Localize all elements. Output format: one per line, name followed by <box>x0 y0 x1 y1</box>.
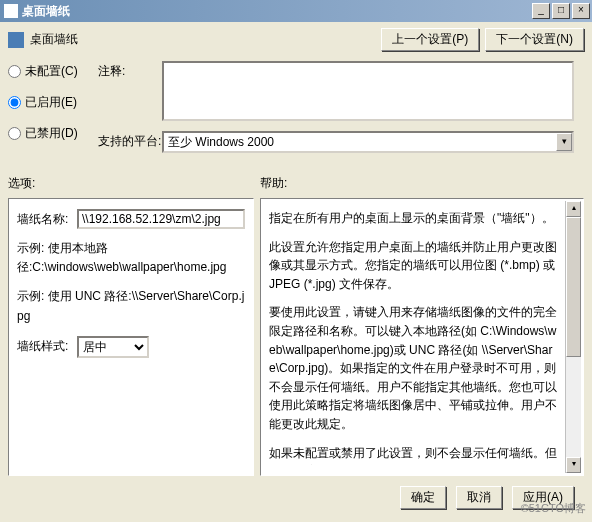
example-local: 示例: 使用本地路 径:C:\windows\web\wallpaper\hom… <box>17 239 245 277</box>
field-column: 注释: 支持的平台: ▾ <box>98 61 584 163</box>
help-p4: 如果未配置或禁用了此设置，则不会显示任何墙纸。但是，用户可以随意选择墙纸。 <box>269 444 559 465</box>
wallpaper-style-label: 墙纸样式: <box>17 338 73 355</box>
minimize-button[interactable]: _ <box>532 3 550 19</box>
wallpaper-name-label: 墙纸名称: <box>17 211 73 228</box>
policy-icon <box>8 32 24 48</box>
radio-enabled[interactable] <box>8 96 21 109</box>
header-row: 桌面墙纸 上一个设置(P) 下一个设置(N) <box>8 28 584 51</box>
help-p1: 指定在所有用户的桌面上显示的桌面背景（"墙纸"）。 <box>269 209 559 228</box>
options-panel: 墙纸名称: 示例: 使用本地路 径:C:\windows\web\wallpap… <box>8 198 254 476</box>
help-section-label: 帮助: <box>260 175 584 192</box>
radio-enabled-text: 已启用(E) <box>25 94 77 111</box>
cancel-button[interactable]: 取消 <box>456 486 502 509</box>
platform-dropdown-icon[interactable]: ▾ <box>556 133 572 151</box>
app-icon <box>4 4 18 18</box>
ok-button[interactable]: 确定 <box>400 486 446 509</box>
wallpaper-name-input[interactable] <box>77 209 245 229</box>
platform-field[interactable] <box>162 131 574 153</box>
window-title: 桌面墙纸 <box>22 3 532 20</box>
example-unc: 示例: 使用 UNC 路径:\\Server\Share\Corp.jpg <box>17 287 245 325</box>
radio-not-configured-label[interactable]: 未配置(C) <box>8 63 98 80</box>
radio-disabled[interactable] <box>8 127 21 140</box>
scroll-up-icon[interactable]: ▴ <box>566 201 581 217</box>
example-local-path: 径:C:\windows\web\wallpaper\home.jpg <box>17 260 226 274</box>
radio-disabled-text: 已禁用(D) <box>25 125 78 142</box>
window-buttons: _ □ × <box>532 3 590 19</box>
title-bar: 桌面墙纸 _ □ × <box>0 0 592 22</box>
radio-not-configured-text: 未配置(C) <box>25 63 78 80</box>
policy-title: 桌面墙纸 <box>30 31 381 48</box>
watermark: ©51CTO博客 <box>521 501 586 516</box>
help-scrollbar[interactable]: ▴ ▾ <box>565 201 581 473</box>
radio-not-configured[interactable] <box>8 65 21 78</box>
wallpaper-style-select[interactable]: 居中 <box>77 336 149 358</box>
maximize-button[interactable]: □ <box>552 3 570 19</box>
help-p2: 此设置允许您指定用户桌面上的墙纸并防止用户更改图像或其显示方式。您指定的墙纸可以… <box>269 238 559 294</box>
platform-label: 支持的平台: <box>98 131 162 150</box>
state-radios: 未配置(C) 已启用(E) 已禁用(D) <box>8 61 98 142</box>
help-text: 指定在所有用户的桌面上显示的桌面背景（"墙纸"）。 此设置允许您指定用户桌面上的… <box>269 209 575 465</box>
radio-enabled-label[interactable]: 已启用(E) <box>8 94 98 111</box>
client-area: 桌面墙纸 上一个设置(P) 下一个设置(N) 未配置(C) 已启用(E) 已禁用… <box>0 22 592 509</box>
section-labels: 选项: 帮助: <box>8 175 584 192</box>
radio-disabled-label[interactable]: 已禁用(D) <box>8 125 98 142</box>
prev-setting-button[interactable]: 上一个设置(P) <box>381 28 479 51</box>
config-row: 未配置(C) 已启用(E) 已禁用(D) 注释: 支持的平台: ▾ <box>8 61 584 163</box>
example-local-title: 示例: 使用本地路 <box>17 241 108 255</box>
comment-label: 注释: <box>98 61 162 80</box>
options-section-label: 选项: <box>8 175 260 192</box>
scroll-down-icon[interactable]: ▾ <box>566 457 581 473</box>
panels: 墙纸名称: 示例: 使用本地路 径:C:\windows\web\wallpap… <box>8 198 584 476</box>
next-setting-button[interactable]: 下一个设置(N) <box>485 28 584 51</box>
help-p3: 要使用此设置，请键入用来存储墙纸图像的文件的完全限定路径和名称。可以键入本地路径… <box>269 303 559 433</box>
scroll-thumb[interactable] <box>566 217 581 357</box>
close-button[interactable]: × <box>572 3 590 19</box>
help-panel: 指定在所有用户的桌面上显示的桌面背景（"墙纸"）。 此设置允许您指定用户桌面上的… <box>260 198 584 476</box>
footer-buttons: 确定 取消 应用(A) <box>8 476 584 509</box>
comment-textarea[interactable] <box>162 61 574 121</box>
